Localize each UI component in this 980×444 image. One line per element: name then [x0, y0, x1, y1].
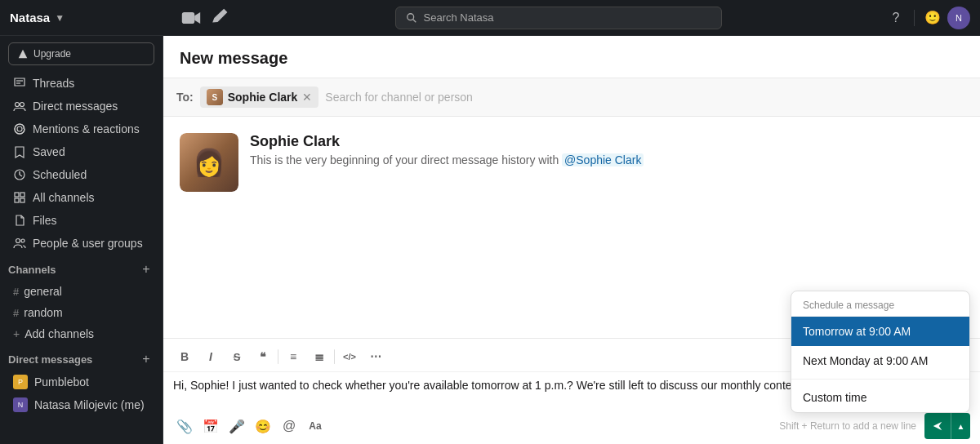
svg-rect-15 [20, 193, 24, 197]
svg-rect-14 [15, 193, 19, 197]
sidebar-item-saved-label: Saved [33, 145, 65, 158]
intro-text-block: Sophie Clark This is the very beginning … [250, 133, 644, 166]
strikethrough-button[interactable]: S [225, 345, 248, 368]
sidebar-item-scheduled[interactable]: Scheduled [5, 164, 158, 185]
shortcuts-button[interactable]: 📅 [199, 415, 222, 437]
svg-point-19 [21, 239, 24, 242]
code-icon: </> [343, 352, 356, 362]
code-button[interactable]: </> [338, 345, 361, 368]
dm-section-label: Direct messages [8, 353, 92, 366]
dm-pumblebot[interactable]: P Pumblebot [5, 371, 158, 393]
people-icon [13, 237, 26, 250]
workspace-title: Natasa [10, 11, 50, 24]
sidebar-item-direct-messages[interactable]: Direct messages [5, 95, 158, 117]
ol-icon: ≣ [314, 350, 324, 363]
channel-general[interactable]: # general [5, 282, 158, 301]
svg-marker-1 [194, 12, 200, 24]
search-area: Search Natasa [238, 7, 878, 29]
attachment-button[interactable]: 📎 [173, 415, 196, 437]
hash-icon: # [13, 286, 19, 298]
schedule-option-next-monday[interactable]: Next Monday at 9:00 AM [791, 346, 969, 375]
schedule-custom-time[interactable]: Custom time [791, 383, 969, 412]
add-dm-button[interactable]: + [138, 351, 154, 367]
send-schedule-dropdown-button[interactable]: ▲ [951, 413, 970, 439]
intro-text: This is the very beginning of your direc… [250, 153, 644, 166]
send-group: ▲ Schedule a message Tomorrow at 9:00 AM… [924, 413, 970, 439]
upgrade-icon [17, 48, 29, 60]
channels-section-label: Channels [8, 264, 56, 276]
topbar-separator [914, 10, 915, 26]
to-search-input[interactable] [325, 91, 967, 104]
emoji-status-button[interactable]: 🙂 [921, 7, 944, 29]
dm-pumblebot-label: Pumblebot [34, 375, 89, 388]
mention-tag[interactable]: @Sophie Clark [562, 153, 644, 166]
sidebar: Upgrade Threads Direct messages Mentions… [0, 36, 163, 444]
recipient-remove-button[interactable]: ✕ [302, 91, 312, 103]
mention-button[interactable]: @ [278, 415, 301, 437]
svg-line-13 [20, 175, 22, 176]
files-icon [13, 214, 26, 227]
schedule-header: Schedule a message [791, 291, 969, 317]
more-formatting-button[interactable]: ⋯ [364, 345, 387, 368]
sidebar-item-mentions[interactable]: Mentions & reactions [5, 118, 158, 140]
help-button[interactable]: ? [884, 7, 907, 29]
bold-button[interactable]: B [173, 345, 196, 368]
toolbar-divider-1 [278, 349, 278, 364]
channel-general-label: general [24, 285, 62, 298]
emoji-button[interactable]: 😊 [252, 415, 274, 437]
sidebar-item-all-channels[interactable]: All channels [5, 187, 158, 208]
svg-point-2 [407, 13, 413, 20]
sidebar-item-people-groups[interactable]: People & user groups [5, 233, 158, 254]
quote-icon: ❝ [260, 350, 266, 363]
dm-natasa[interactable]: N Natasa Milojevic (me) [5, 394, 158, 415]
workspace-name[interactable]: Natasa ▼ [10, 11, 173, 24]
italic-button[interactable]: I [199, 345, 222, 368]
add-channel-button[interactable]: + [138, 261, 154, 278]
channels-section[interactable]: Channels + [0, 255, 163, 281]
upgrade-label: Upgrade [33, 48, 71, 60]
sidebar-item-dm-label: Direct messages [33, 100, 118, 113]
intro-avatar: 👩 [180, 133, 238, 192]
ul-list-button[interactable]: ≡ [282, 345, 305, 368]
video-call-button[interactable] [180, 7, 203, 29]
ol-list-button[interactable]: ≣ [308, 345, 331, 368]
saved-icon [13, 145, 26, 158]
svg-rect-0 [182, 12, 194, 24]
formatting-button[interactable]: Aa [304, 415, 327, 437]
send-button[interactable] [924, 413, 951, 439]
sidebar-item-saved[interactable]: Saved [5, 141, 158, 162]
dm-icon [13, 100, 26, 113]
user-avatar[interactable]: N [947, 7, 970, 29]
svg-rect-17 [20, 198, 24, 202]
intro-name: Sophie Clark [250, 133, 644, 150]
schedule-dropdown: Schedule a message Tomorrow at 9:00 AM N… [791, 291, 970, 413]
sidebar-item-threads-label: Threads [33, 77, 74, 90]
upgrade-button[interactable]: Upgrade [8, 42, 154, 65]
audio-button[interactable]: 🎤 [225, 415, 248, 437]
search-icon [406, 12, 417, 24]
video-icon [180, 7, 203, 29]
compose-button[interactable] [209, 7, 232, 29]
natasa-avatar: N [13, 397, 28, 412]
channel-random[interactable]: # random [5, 303, 158, 322]
schedule-option-tomorrow[interactable]: Tomorrow at 9:00 AM [791, 317, 969, 346]
svg-marker-4 [19, 50, 28, 59]
add-channels-item[interactable]: + Add channels [5, 324, 158, 344]
search-placeholder: Search Natasa [424, 11, 494, 24]
more-icon: ⋯ [370, 350, 381, 363]
page-title: New message [180, 49, 964, 68]
composer-content: Hi, Sophie! I just wanted to check wheth… [173, 379, 848, 392]
sidebar-item-threads[interactable]: Threads [5, 73, 158, 94]
composer: B I S ❝ ≡ ≣ </> ⋯ Hi, Sophie! I just wan… [163, 338, 980, 444]
composer-right: Shift + Return to add a new line ▲ Sched… [779, 413, 970, 439]
search-box[interactable]: Search Natasa [395, 7, 722, 29]
main-content: New message To: S Sophie Clark ✕ [163, 36, 980, 444]
layout: Upgrade Threads Direct messages Mentions… [0, 36, 980, 444]
mention-icon [13, 122, 26, 135]
threads-icon [13, 77, 26, 90]
compose-icon [209, 7, 232, 29]
all-channels-icon [13, 191, 26, 204]
sidebar-item-files[interactable]: Files [5, 210, 158, 231]
quote-button[interactable]: ❝ [252, 345, 274, 368]
dm-section[interactable]: Direct messages + [0, 344, 163, 371]
